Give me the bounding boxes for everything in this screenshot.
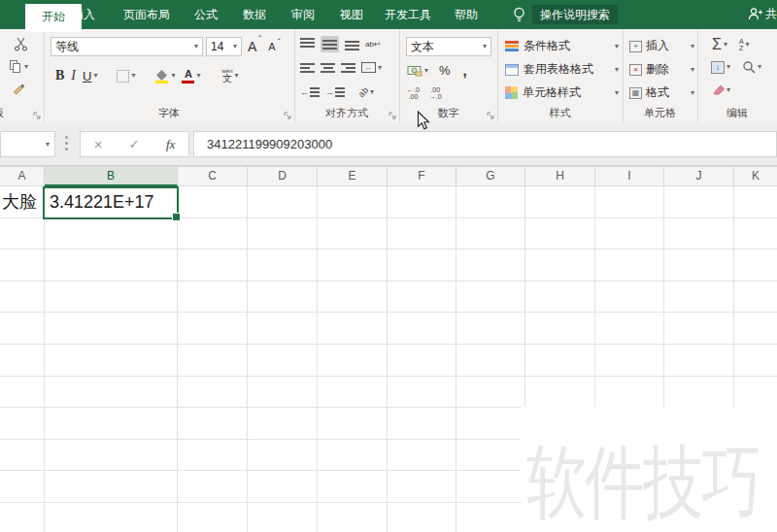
cell-a1[interactable]: 大脸 [2, 186, 44, 218]
orientation-icon: ab [356, 84, 370, 98]
merge-center-button[interactable] [361, 62, 382, 73]
insert-function-button[interactable]: fx [166, 137, 175, 152]
accounting-format-button[interactable] [407, 64, 428, 77]
column-header-h[interactable]: H [525, 167, 595, 186]
align-top-button[interactable] [300, 38, 315, 50]
number-group: 文本 % , ←.0 .00 .00 [399, 29, 498, 123]
sort-z: Z [739, 45, 743, 51]
column-header-f[interactable]: F [388, 167, 456, 186]
cell-styles-button[interactable]: 单元格样式 [505, 84, 619, 101]
cut-icon[interactable] [14, 37, 28, 51]
dropdown-caret [370, 88, 374, 96]
formula-input[interactable]: 341221199909203000 [193, 131, 777, 157]
sort-filter-button[interactable]: A Z [739, 38, 750, 51]
clipboard-dialog-launcher-icon[interactable] [33, 112, 41, 119]
decrease-decimal-button[interactable]: .00 →.0 [429, 86, 442, 100]
shrink-font-button[interactable]: A [268, 41, 275, 52]
underline-button[interactable]: U [83, 69, 97, 83]
font-name-combobox[interactable]: 等线 [51, 37, 203, 56]
cancel-button[interactable]: × [94, 136, 103, 152]
align-center-button[interactable] [321, 61, 335, 74]
format-cells-button[interactable]: ▦ 格式 [629, 84, 694, 101]
spreadsheet-grid[interactable]: 软件技巧 大脸 3.41221E+17 [0, 186, 777, 532]
column-header-k[interactable]: K [734, 167, 777, 186]
lightbulb-icon [512, 7, 526, 23]
tab-developer[interactable]: 开发工具 [377, 0, 439, 29]
column-header-e[interactable]: E [318, 167, 388, 186]
phonetic-guide-button[interactable]: wén 文 [221, 68, 238, 83]
format-painter-icon[interactable] [12, 83, 26, 96]
format-as-table-button[interactable]: 套用表格格式 [505, 61, 619, 78]
column-header-j[interactable]: J [664, 167, 734, 186]
font-group-label: 字体 [44, 106, 294, 120]
dropdown-caret [691, 66, 694, 74]
bold-button[interactable]: B [55, 68, 64, 83]
tab-help[interactable]: 帮助 [445, 0, 488, 29]
tab-view[interactable]: 视图 [330, 0, 373, 29]
tab-home[interactable]: 开始 [25, 4, 82, 32]
insert-cells-button[interactable]: + 插入 [629, 38, 694, 54]
column-header-i[interactable]: I [595, 167, 664, 186]
merge-center-icon [361, 62, 376, 73]
autosum-button[interactable]: Σ [712, 37, 727, 52]
delete-cells-label: 删除 [646, 61, 669, 78]
grow-font-button[interactable]: A [248, 39, 256, 54]
share-button[interactable]: 共 [748, 6, 777, 22]
orientation-button[interactable]: ab [358, 87, 374, 97]
tab-review[interactable]: 审阅 [282, 0, 324, 29]
editing-group: Σ A Z ↓ [697, 29, 777, 123]
copy-icon [10, 60, 21, 73]
borders-button[interactable] [117, 70, 135, 83]
find-select-button[interactable] [742, 60, 761, 74]
font-size-combobox[interactable]: 14 [206, 37, 242, 56]
tab-data[interactable]: 数据 [233, 0, 276, 29]
enter-button[interactable]: ✓ [129, 137, 140, 151]
column-header-a[interactable]: A [0, 167, 45, 186]
align-right-button[interactable] [341, 61, 355, 74]
number-dialog-launcher-icon[interactable] [487, 112, 494, 119]
dropdown-caret [194, 43, 198, 50]
increase-indent-button[interactable]: → [325, 85, 345, 98]
align-left-button[interactable] [300, 61, 315, 74]
cell-b1[interactable]: 3.41221E+17 [50, 186, 154, 218]
formula-bar: × ✓ fx 341221199909203000 [0, 123, 777, 166]
editing-group-label: 编辑 [697, 106, 777, 120]
clear-button[interactable] [709, 84, 730, 95]
conditional-formatting-button[interactable]: 条件格式 [505, 38, 619, 54]
conditional-formatting-label: 条件格式 [524, 38, 570, 54]
tab-page-layout[interactable]: 页面布局 [109, 0, 185, 29]
tab-formulas[interactable]: 公式 [185, 0, 227, 29]
column-header-d[interactable]: D [248, 167, 318, 186]
percent-style-button[interactable]: % [439, 63, 451, 78]
column-header-g[interactable]: G [456, 167, 525, 186]
align-bottom-button[interactable] [345, 38, 359, 50]
sort-a: A [739, 38, 744, 45]
dropdown-caret [615, 66, 619, 74]
formula-bar-resize-handle[interactable] [65, 136, 68, 139]
column-header-c[interactable]: C [178, 167, 248, 186]
column-header-b[interactable]: B [45, 167, 178, 186]
delete-cells-button[interactable]: × 删除 [629, 61, 694, 78]
dropdown-caret [196, 72, 200, 80]
font-dialog-launcher-icon[interactable] [284, 112, 291, 119]
insert-cells-icon: + [629, 41, 642, 52]
alignment-dialog-launcher-icon[interactable] [388, 112, 396, 119]
dropdown-caret [424, 67, 428, 75]
font-color-button[interactable]: A [182, 69, 200, 83]
align-middle-button[interactable] [321, 36, 339, 52]
fill-color-button[interactable] [154, 69, 175, 83]
decrease-indent-button[interactable]: ← [300, 85, 320, 98]
comma-style-button[interactable]: , [463, 62, 467, 79]
wrap-text-button[interactable]: ab [365, 40, 381, 49]
fill-button[interactable]: ↓ [711, 61, 730, 74]
insert-cells-label: 插入 [646, 38, 669, 54]
copy-button[interactable] [10, 60, 28, 73]
italic-button[interactable]: I [71, 68, 76, 83]
watermark-area: 软件技巧 [521, 407, 777, 532]
name-box[interactable] [0, 131, 55, 157]
number-format-combobox[interactable]: 文本 [406, 37, 491, 56]
dropdown-caret [93, 72, 97, 80]
cell-styles-label: 单元格样式 [523, 84, 581, 101]
tell-me-search-input[interactable]: 操作说明搜索 [532, 5, 618, 24]
increase-decimal-button[interactable]: ←.0 .00 [407, 86, 420, 100]
